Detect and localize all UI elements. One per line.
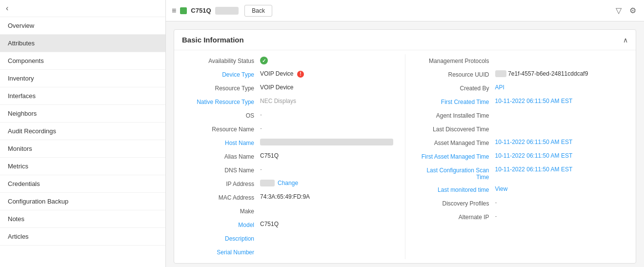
topbar: ≡ C751Q Back ▽ ⚙ [166, 0, 644, 21]
resource-type-value: VOIP Device [260, 84, 393, 91]
back-button[interactable]: Back [244, 5, 272, 17]
host-name-value [260, 139, 393, 145]
device-name: C751Q [191, 7, 211, 14]
last-config-scan-value: 10-11-2022 06:11:50 AM EST [495, 166, 628, 173]
agent-installed-row: Agent Installed Time [417, 109, 628, 123]
sidebar-item-configuration-backup[interactable]: Configuration Backup [0, 193, 165, 210]
discovery-profiles-value: - [495, 199, 628, 206]
mgmt-protocols-label: Management Protocols [417, 57, 495, 64]
created-by-label: Created By [417, 84, 495, 92]
section-title: Basic Information [182, 36, 244, 44]
sidebar-item-metrics[interactable]: Metrics [0, 158, 165, 175]
alias-name-label: Alias Name [182, 152, 260, 160]
right-info-col: Management Protocols Resource UUID 7e1f-… [409, 54, 636, 259]
last-config-scan-label: Last Configuration Scan Time [417, 166, 495, 181]
native-resource-type-row: Native Resource Type NEC Displays [182, 95, 393, 109]
first-asset-label: First Asset Managed Time [417, 152, 495, 160]
last-monitored-label: Last monitored time [417, 185, 495, 193]
description-row: Description [182, 232, 393, 246]
sidebar-item-overview[interactable]: Overview [0, 17, 165, 35]
mgmt-protocols-row: Management Protocols [417, 54, 628, 68]
alternate-ip-value: - [495, 213, 628, 220]
first-created-row: First Created Time 10-11-2022 06:11:50 A… [417, 95, 628, 109]
sidebar-item-attributes[interactable]: Attributes [0, 35, 165, 52]
make-row: Make [182, 205, 393, 218]
resource-uuid-value: 7e1f-4557-b6ed-24811cddcaf9 [495, 70, 628, 77]
resource-name-value: - [260, 125, 393, 132]
sidebar-item-credentials[interactable]: Credentials [0, 175, 165, 193]
first-asset-value: 10-11-2022 06:11:50 AM EST [495, 152, 628, 159]
menu-icon[interactable]: ≡ [172, 6, 176, 15]
basic-information-section: Basic Information ∧ Availability Status … [174, 29, 636, 264]
model-label: Model [182, 221, 260, 228]
availability-status-label: Availability Status [182, 57, 260, 64]
model-row: Model C751Q [182, 218, 393, 232]
resource-uuid-label: Resource UUID [417, 70, 495, 78]
sidebar-list: Overview Attributes Components Inventory… [0, 17, 165, 267]
native-resource-type-label: Native Resource Type [182, 98, 260, 105]
dns-name-value: - [260, 166, 393, 173]
native-resource-type-value: NEC Displays [260, 98, 393, 104]
dns-name-label: DNS Name [182, 166, 260, 174]
collapse-icon[interactable]: ∧ [623, 36, 628, 44]
dns-name-row: DNS Name - [182, 164, 393, 177]
ip-address-row: IP Address Change [182, 177, 393, 191]
host-name-label: Host Name [182, 139, 260, 146]
last-monitored-row: Last monitored time View [417, 183, 628, 197]
last-discovered-row: Last Discovered Time [417, 123, 628, 136]
asset-managed-label: Asset Managed Time [417, 139, 495, 146]
first-created-value: 10-11-2022 06:11:50 AM EST [495, 98, 628, 104]
status-dot-green [260, 57, 268, 64]
sidebar-item-neighbors[interactable]: Neighbors [0, 105, 165, 123]
last-config-scan-row: Last Configuration Scan Time 10-11-2022 … [417, 164, 628, 183]
sidebar-item-monitors[interactable]: Monitors [0, 140, 165, 158]
serial-number-row: Serial Number [182, 246, 393, 259]
device-status-indicator [180, 7, 187, 14]
sidebar-item-interfaces[interactable]: Interfaces [0, 87, 165, 105]
section-body: Availability Status Device Type VOIP Dev… [174, 50, 636, 263]
sidebar-item-audit-recordings[interactable]: Audit Recordings [0, 123, 165, 140]
main-area: ≡ C751Q Back ▽ ⚙ Basic Information ∧ Ava… [166, 0, 644, 267]
os-label: OS [182, 111, 260, 119]
agent-installed-label: Agent Installed Time [417, 111, 495, 119]
make-label: Make [182, 207, 260, 215]
section-header: Basic Information ∧ [174, 30, 636, 50]
sidebar-item-components[interactable]: Components [0, 52, 165, 70]
alias-name-row: Alias Name C751Q [182, 150, 393, 164]
resource-name-label: Resource Name [182, 125, 260, 133]
discovery-profiles-label: Discovery Profiles [417, 199, 495, 207]
alias-name-value: C751Q [260, 152, 393, 159]
os-row: OS - [182, 109, 393, 123]
sidebar-item-notes[interactable]: Notes [0, 210, 165, 228]
sidebar-item-inventory[interactable]: Inventory [0, 70, 165, 87]
availability-status-row: Availability Status [182, 54, 393, 68]
created-by-row: Created By API [417, 82, 628, 95]
device-subtitle [215, 7, 239, 15]
resource-type-row: Resource Type VOIP Device [182, 82, 393, 95]
discovery-profiles-row: Discovery Profiles - [417, 197, 628, 210]
back-arrow-icon: ‹ [6, 4, 8, 13]
ip-address-blurred [260, 180, 275, 186]
gear-icon[interactable]: ⚙ [627, 5, 638, 16]
filter-icon[interactable]: ▽ [614, 5, 624, 16]
serial-number-label: Serial Number [182, 248, 260, 256]
alternate-ip-label: Alternate IP [417, 213, 495, 221]
device-type-error-dot: ! [297, 71, 304, 78]
os-value: - [260, 111, 393, 118]
resource-type-label: Resource Type [182, 84, 260, 92]
ip-address-label: IP Address [182, 180, 260, 187]
host-name-row: Host Name [182, 136, 393, 150]
ip-address-value: Change [260, 180, 393, 186]
sidebar-item-articles[interactable]: Articles [0, 228, 165, 246]
alternate-ip-row: Alternate IP - [417, 210, 628, 224]
mac-address-row: MAC Address 74:3A:65:49:FD:9A [182, 191, 393, 205]
change-ip-link[interactable]: Change [278, 180, 298, 186]
first-created-label: First Created Time [417, 98, 495, 105]
mac-address-value: 74:3A:65:49:FD:9A [260, 193, 393, 200]
resource-name-row: Resource Name - [182, 123, 393, 136]
asset-managed-row: Asset Managed Time 10-11-2022 06:11:50 A… [417, 136, 628, 150]
mac-address-label: MAC Address [182, 193, 260, 201]
created-by-value: API [495, 84, 628, 91]
last-monitored-value[interactable]: View [495, 185, 628, 192]
sidebar-back-button[interactable]: ‹ [0, 0, 165, 17]
